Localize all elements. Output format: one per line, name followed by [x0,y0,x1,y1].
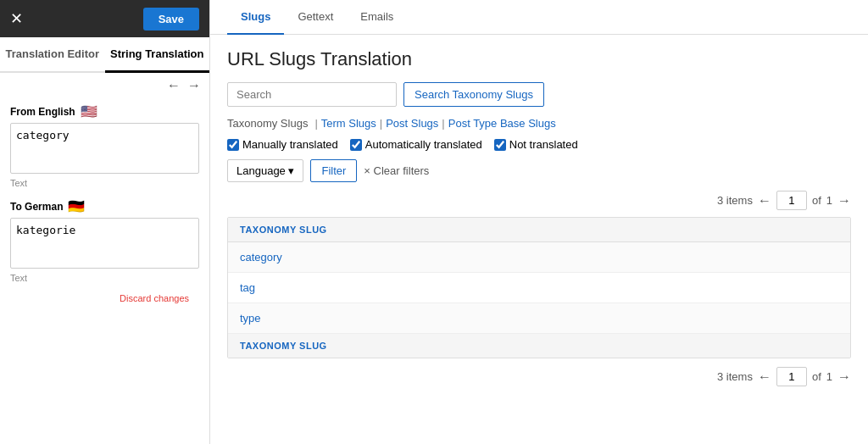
checkbox-manually-translated[interactable]: Manually translated [227,138,338,151]
table-row[interactable]: type [228,303,850,334]
checkbox-not-translated-label: Not translated [509,138,578,151]
checkbox-not-translated-input[interactable] [494,139,506,151]
table-row[interactable]: category [228,242,850,273]
filter-links: Taxonomy Slugs | Term Slugs | Post Slugs… [227,117,851,130]
filter-link-term-slugs[interactable]: Term Slugs [321,117,376,130]
right-tabs: Slugs Gettext Emails [210,0,868,35]
to-section: To German 🇩🇪 kategorie Text [0,193,209,288]
close-button[interactable]: ✕ [10,11,23,26]
filter-link-taxonomy-label: Taxonomy Slugs [227,117,308,130]
nav-back-button[interactable]: ← [167,78,181,93]
from-textarea[interactable]: category [10,123,199,174]
filter-link-post-type-base-slugs[interactable]: Post Type Base Slugs [448,117,556,130]
checkbox-row: Manually translated Automatically transl… [227,138,851,151]
top-bar: ✕ Save [0,0,209,37]
page-input-top[interactable] [776,191,807,210]
table-row[interactable]: tag [228,273,850,303]
checkbox-auto-translated-label: Automatically translated [365,138,482,151]
left-tabs: Translation Editor String Translation [0,37,209,73]
search-row: Search Taxonomy Slugs [227,82,851,107]
total-pages-top: 1 [826,194,832,207]
of-label-bottom: of [812,370,821,383]
language-dropdown[interactable]: Language ▾ [227,159,303,182]
tab-string-translation[interactable]: String Translation [105,37,210,73]
item-count-bottom: 3 items [717,370,753,383]
prev-page-top[interactable]: ← [758,193,771,208]
checkbox-manually-translated-label: Manually translated [242,138,338,151]
from-section: From English 🇺🇸 category Text [0,98,209,193]
filter-link-post-slugs[interactable]: Post Slugs [386,117,438,130]
pagination-top: 3 items ← of 1 → [227,191,851,210]
filter-row: Language ▾ Filter × Clear filters [227,159,851,182]
right-panel: Slugs Gettext Emails URL Slugs Translati… [210,0,868,444]
item-count-top: 3 items [717,194,753,207]
from-text: From English [10,106,75,118]
tab-gettext[interactable]: Gettext [284,0,347,35]
to-text: To German [10,201,63,213]
page-title: URL Slugs Translation [227,48,851,70]
discard-changes-link[interactable]: Discard changes [109,291,199,305]
checkbox-not-translated[interactable]: Not translated [494,138,578,151]
checkbox-manually-translated-input[interactable] [227,139,239,151]
pagination-bottom: 3 items ← of 1 → [227,367,851,386]
clear-filters-link[interactable]: × Clear filters [364,164,429,177]
slugs-table: TAXONOMY SLUG category tag type TAXONOMY… [227,217,851,358]
checkbox-auto-translated[interactable]: Automatically translated [350,138,482,151]
tab-slugs[interactable]: Slugs [227,0,284,35]
prev-page-bottom[interactable]: ← [758,369,771,385]
from-flag: 🇺🇸 [81,103,97,119]
to-label: To German 🇩🇪 [10,198,199,214]
page-input-bottom[interactable] [776,367,807,386]
next-page-bottom[interactable]: → [837,369,851,385]
left-panel: ✕ Save Translation Editor String Transla… [0,0,210,444]
to-field-type: Text [10,273,199,283]
filter-button[interactable]: Filter [310,159,357,182]
from-field-type: Text [10,178,199,188]
search-input[interactable] [227,82,397,107]
table-footer: TAXONOMY SLUG [228,334,850,358]
tab-translation-editor[interactable]: Translation Editor [0,37,105,73]
from-label: From English 🇺🇸 [10,103,199,119]
nav-forward-button[interactable]: → [187,78,201,93]
of-label-top: of [812,194,821,207]
search-taxonomy-button[interactable]: Search Taxonomy Slugs [403,82,544,107]
to-flag: 🇩🇪 [68,198,85,214]
right-content: URL Slugs Translation Search Taxonomy Sl… [210,35,868,444]
save-button[interactable]: Save [143,8,199,31]
total-pages-bottom: 1 [826,370,832,383]
next-page-top[interactable]: → [837,193,851,208]
to-textarea[interactable]: kategorie [10,218,199,269]
checkbox-auto-translated-input[interactable] [350,139,362,151]
nav-arrows: ← → [0,73,209,98]
tab-emails[interactable]: Emails [347,0,407,35]
table-header: TAXONOMY SLUG [228,218,850,242]
